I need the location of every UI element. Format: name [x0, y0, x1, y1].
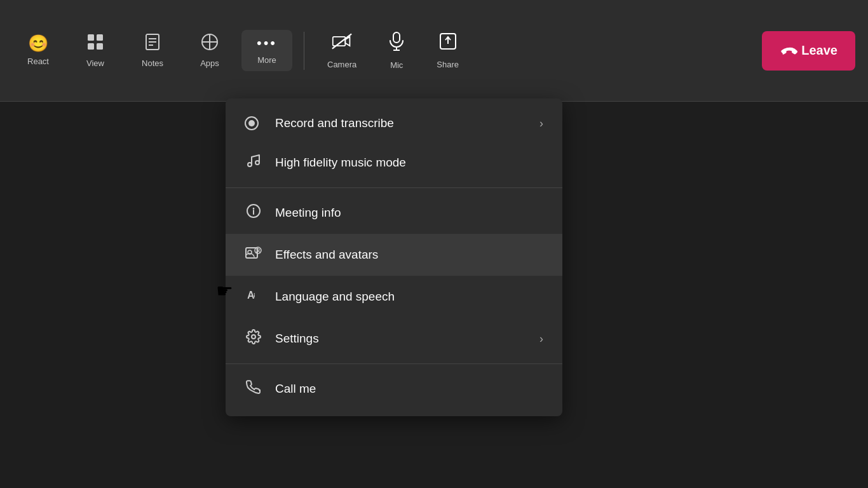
- view-icon: [86, 33, 104, 53]
- leave-button[interactable]: Leave: [762, 31, 855, 71]
- info-icon: [245, 203, 262, 222]
- camera-off-icon: [332, 32, 352, 55]
- language-icon: A ᵢ: [245, 287, 262, 306]
- leave-label: Leave: [801, 43, 837, 58]
- effects-icon: [245, 245, 262, 264]
- music-icon: [245, 153, 262, 172]
- mic-icon: [389, 32, 404, 55]
- leave-phone-icon: [775, 38, 799, 62]
- svg-rect-12: [393, 32, 400, 43]
- mic-label: Mic: [390, 60, 403, 70]
- menu-item-callme[interactable]: Call me: [226, 368, 562, 410]
- toolbar: 😊 React View: [0, 0, 868, 102]
- divider-2: [226, 363, 562, 364]
- notes-label: Notes: [142, 58, 163, 68]
- react-label: React: [27, 57, 49, 66]
- toolbar-right: Leave: [749, 31, 855, 71]
- menu-item-music[interactable]: High fidelity music mode: [226, 142, 562, 184]
- menu-item-record[interactable]: Record and transcribe ›: [226, 105, 562, 142]
- notes-button[interactable]: Notes: [127, 27, 178, 74]
- menu-item-effects[interactable]: Effects and avatars: [226, 234, 562, 276]
- view-button[interactable]: View: [70, 27, 121, 74]
- more-icon: •••: [257, 36, 277, 50]
- camera-button[interactable]: Camera: [316, 26, 368, 76]
- svg-text:ᵢ: ᵢ: [254, 290, 255, 299]
- share-button[interactable]: Share: [425, 26, 470, 76]
- svg-line-11: [332, 34, 351, 48]
- effects-label: Effects and avatars: [275, 248, 543, 262]
- notes-icon: [144, 33, 161, 53]
- svg-point-18: [255, 161, 259, 165]
- menu-item-meeting-info[interactable]: Meeting info: [226, 192, 562, 234]
- record-icon: [245, 116, 262, 130]
- more-dropdown-menu: Record and transcribe › High fidelity mu…: [226, 98, 562, 416]
- divider-1: [226, 187, 562, 188]
- view-label: View: [86, 58, 104, 68]
- apps-button[interactable]: Apps: [184, 27, 235, 74]
- svg-point-17: [248, 163, 252, 166]
- settings-label: Settings: [275, 332, 527, 346]
- share-label: Share: [437, 60, 459, 69]
- music-label: High fidelity music mode: [275, 156, 543, 170]
- menu-item-settings[interactable]: Settings ›: [226, 318, 562, 360]
- toolbar-left: 😊 React View: [13, 25, 749, 76]
- svg-rect-3: [97, 43, 103, 50]
- record-label: Record and transcribe: [275, 116, 527, 130]
- apps-label: Apps: [200, 58, 219, 68]
- svg-rect-2: [88, 43, 94, 50]
- settings-icon: [245, 329, 262, 348]
- svg-rect-0: [88, 34, 94, 41]
- language-label: Language and speech: [275, 290, 543, 304]
- callme-phone-icon: [245, 379, 262, 398]
- settings-chevron-icon: ›: [539, 332, 543, 346]
- more-button[interactable]: ••• More: [241, 30, 292, 71]
- react-icon: 😊: [28, 35, 48, 51]
- share-icon: [439, 32, 457, 55]
- callme-label: Call me: [275, 382, 543, 396]
- more-label: More: [257, 55, 276, 65]
- apps-icon: [201, 33, 219, 53]
- toolbar-divider: [304, 32, 304, 70]
- react-button[interactable]: 😊 React: [13, 29, 64, 72]
- menu-item-language[interactable]: A ᵢ Language and speech: [226, 276, 562, 318]
- meeting-info-label: Meeting info: [275, 206, 543, 220]
- camera-label: Camera: [327, 60, 356, 69]
- record-chevron-icon: ›: [539, 117, 543, 130]
- svg-point-28: [252, 335, 255, 339]
- mic-button[interactable]: Mic: [374, 25, 419, 76]
- svg-rect-1: [97, 34, 103, 41]
